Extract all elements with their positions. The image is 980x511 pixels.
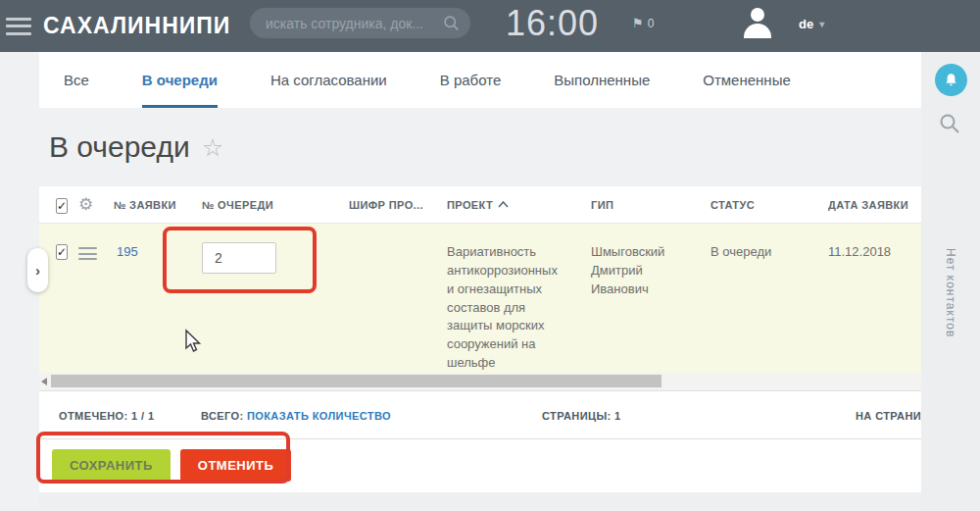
marked-count: ОТМЕЧЕНО: 1 / 1 [59, 410, 154, 422]
table-row[interactable]: ✓ 195 Вариативность антикоррозионных и о… [39, 224, 921, 373]
table-header-row: ✓ ⚙ № ЗАЯВКИ № ОЧЕРЕДИ ШИФР ПРО... ПРОЕК… [39, 186, 921, 224]
per-page-label: НА СТРАНИЦ [856, 410, 921, 422]
global-search[interactable] [250, 8, 470, 38]
col-project-code[interactable]: ШИФР ПРО... [349, 199, 447, 211]
right-rail: Нет контактов [921, 52, 980, 511]
search-input[interactable] [266, 16, 443, 31]
date-cell: 11.12.2018 [828, 243, 919, 262]
pages-label: СТРАНИЦЫ: 1 [542, 410, 621, 422]
col-project[interactable]: ПРОЕКТ [447, 199, 591, 211]
request-number-link[interactable]: 195 [114, 243, 202, 262]
sort-asc-icon [498, 201, 509, 208]
scroll-left-arrow[interactable] [41, 378, 47, 385]
language-menu[interactable]: de ▾ [799, 17, 824, 31]
row-checkbox[interactable]: ✓ [56, 244, 68, 260]
pagination-bar: ОТМЕЧЕНО: 1 / 1 ВСЕГО: ПОКАЗАТЬ КОЛИЧЕСТ… [39, 390, 921, 439]
app-logo: САХАЛИННИПИ [43, 13, 230, 39]
rail-search-icon[interactable] [939, 113, 960, 134]
tab-all[interactable]: Все [64, 52, 89, 108]
row-menu-icon[interactable] [78, 247, 97, 260]
expand-panel-handle[interactable]: › [27, 248, 48, 292]
gear-icon[interactable]: ⚙ [78, 195, 93, 214]
chevron-right-icon: › [35, 262, 40, 279]
bottom-strip [39, 492, 921, 511]
clock: 16:00 [506, 3, 599, 44]
user-avatar[interactable] [743, 8, 772, 41]
tab-in-queue[interactable]: В очереди [142, 52, 218, 108]
tab-completed[interactable]: Выполненные [554, 52, 650, 108]
col-gip[interactable]: ГИП [591, 199, 710, 211]
page-title: В очереди [49, 130, 190, 164]
flag-counter[interactable]: ⚑ 0 [632, 16, 654, 30]
hamburger-menu-icon[interactable] [6, 18, 31, 35]
top-header-bar: САХАЛИННИПИ 16:00 ⚑ 0 de ▾ [0, 0, 980, 52]
flag-count: 0 [648, 17, 655, 30]
main-content: Все В очереди На согласовании В работе В… [39, 52, 921, 511]
tab-cancelled[interactable]: Отмененные [703, 52, 791, 108]
no-contacts-label: Нет контактов [944, 248, 957, 337]
flag-icon: ⚑ [632, 16, 644, 30]
select-all-checkbox[interactable]: ✓ [56, 198, 68, 214]
page-header: В очереди ☆ [39, 108, 921, 186]
language-code: de [799, 17, 813, 31]
project-cell: Вариативность антикоррозионных и огнезащ… [447, 243, 591, 373]
app-window: САХАЛИННИПИ 16:00 ⚑ 0 de ▾ Все В очереди… [0, 0, 980, 511]
tab-on-approval[interactable]: На согласовании [270, 52, 387, 108]
chevron-down-icon: ▾ [819, 19, 824, 29]
status-cell: В очереди [710, 243, 828, 262]
show-count-link[interactable]: ПОКАЗАТЬ КОЛИЧЕСТВО [247, 410, 391, 422]
tab-in-progress[interactable]: В работе [440, 52, 502, 108]
col-queue-no[interactable]: № ОЧЕРЕДИ [202, 199, 349, 211]
col-status[interactable]: СТАТУС [710, 199, 828, 211]
scrollbar-thumb[interactable] [51, 375, 662, 387]
col-request-date[interactable]: ДАТА ЗАЯВКИ [828, 199, 919, 211]
gip-cell: Шмыговский Дмитрий Иванович [591, 243, 710, 299]
queue-number-input[interactable] [202, 242, 276, 274]
notifications-bell-icon[interactable] [935, 64, 967, 96]
action-bar: СОХРАНИТЬ ОТМЕНИТЬ [39, 439, 921, 492]
status-tab-bar: Все В очереди На согласовании В работе В… [39, 52, 921, 108]
favorite-star-icon[interactable]: ☆ [202, 133, 223, 162]
horizontal-scrollbar[interactable] [39, 373, 921, 390]
total-count: ВСЕГО: ПОКАЗАТЬ КОЛИЧЕСТВО [201, 410, 391, 422]
col-request-no[interactable]: № ЗАЯВКИ [114, 199, 202, 211]
cancel-button[interactable]: ОТМЕНИТЬ [180, 449, 292, 482]
save-button[interactable]: СОХРАНИТЬ [52, 449, 171, 482]
search-icon[interactable] [443, 15, 460, 31]
